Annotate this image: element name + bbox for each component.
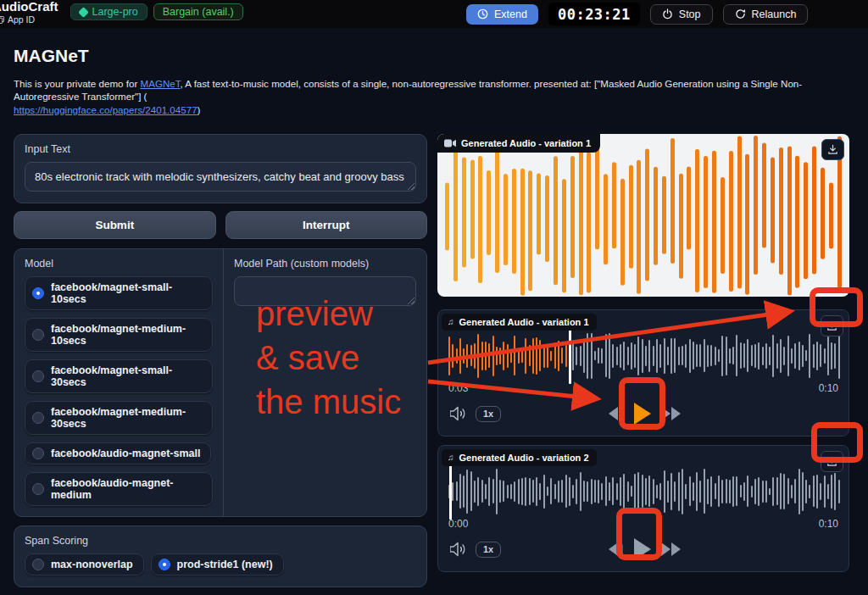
video-waveform-bar — [537, 174, 541, 254]
audio-waveform-bar — [601, 483, 603, 501]
app-id[interactable]: App ID — [0, 14, 58, 25]
audio-waveform-bar — [485, 484, 487, 499]
span-scoring-label: Span Scoring — [25, 535, 416, 547]
model-option[interactable]: facebook/magnet-medium-10secs — [25, 318, 213, 352]
audio-waveform-bar — [521, 478, 523, 505]
video-waveform-bar — [579, 149, 583, 294]
model-option[interactable]: facebook/magnet-small-10secs — [25, 276, 213, 310]
playback-speed-button[interactable]: 1x — [476, 406, 501, 422]
relaunch-button[interactable]: Relaunch — [723, 4, 809, 25]
magnet-link[interactable]: MAGNeT — [141, 78, 181, 89]
audio-waveform-bar — [514, 336, 515, 375]
skip-forward-icon — [660, 406, 681, 421]
audio-waveform-bar — [477, 334, 479, 377]
input-text-label: Input Text — [25, 143, 416, 155]
video-waveform-bar — [662, 176, 666, 254]
download-button[interactable] — [821, 451, 843, 472]
volume-button[interactable] — [450, 406, 469, 424]
play-button[interactable] — [633, 537, 652, 561]
video-waveform-bar — [704, 156, 708, 288]
span-scoring-option[interactable]: prod-stride1 (new!) — [151, 553, 284, 576]
input-text-field[interactable]: 80s electronic track with melodic synthe… — [25, 162, 416, 192]
copy-icon — [0, 16, 4, 24]
audio-waveform-bar — [707, 479, 709, 504]
play-button[interactable] — [633, 402, 652, 425]
download-button[interactable] — [821, 315, 843, 336]
audio-waveform-bar — [645, 478, 647, 505]
audio-waveform-bar — [634, 344, 636, 368]
skip-back-button[interactable] — [608, 542, 625, 557]
video-waveform-bar — [470, 160, 475, 259]
audio-waveform-bar — [536, 477, 537, 505]
model-option[interactable]: facebook/audio-magnet-medium — [25, 472, 213, 506]
audio-waveform-bar — [601, 348, 603, 364]
volume-button[interactable] — [450, 542, 469, 559]
audio-waveform-bar — [623, 342, 625, 370]
audio-waveform[interactable] — [448, 332, 840, 380]
audio-waveform-bar — [529, 478, 531, 505]
playback-speed-button[interactable]: 1x — [476, 542, 501, 558]
audio-waveform-bar — [642, 475, 643, 508]
audio-waveform-bar — [696, 472, 698, 511]
audio-waveform-bar — [466, 344, 468, 369]
playhead[interactable] — [569, 328, 571, 384]
stop-button[interactable]: Stop — [650, 4, 713, 25]
video-waveform-bar — [445, 182, 449, 250]
audio-waveform-bar — [758, 477, 760, 506]
audio-waveform-bar — [659, 483, 661, 500]
video-player[interactable]: Generated Audio - variation 1 — [437, 134, 849, 297]
audio-waveform-bar — [670, 473, 672, 510]
video-waveform-bar — [695, 149, 699, 292]
audio-waveform-bar — [707, 345, 709, 367]
audio-waveform-bar — [765, 481, 767, 503]
audio-waveform-bar — [762, 347, 764, 365]
audio-waveform-bar — [572, 485, 574, 498]
audio-waveform-bar — [448, 336, 450, 375]
audio-waveform-bar — [587, 481, 588, 502]
audio-waveform-bar — [539, 340, 541, 371]
audio-waveform-bar — [561, 348, 563, 364]
submit-button[interactable]: Submit — [14, 211, 216, 239]
extend-button[interactable]: Extend — [466, 4, 538, 25]
model-option[interactable]: facebook/audio-magnet-small — [25, 442, 211, 464]
audio-waveform-bar — [653, 346, 654, 367]
audio-waveform-bar — [813, 344, 815, 368]
playhead[interactable] — [449, 464, 452, 520]
audio-waveform-bar — [470, 345, 472, 366]
audio-waveform-bar — [824, 475, 826, 509]
audio-waveform-bar — [718, 475, 720, 507]
model-option[interactable]: facebook/magnet-small-30secs — [25, 359, 213, 393]
audio-waveform-bar — [510, 349, 512, 363]
audio-waveform-bar — [726, 479, 727, 503]
interrupt-button[interactable]: Interrupt — [225, 211, 428, 239]
paper-link[interactable]: https://huggingface.co/papers/2401.04577 — [14, 104, 198, 115]
time-current: 0:03 — [448, 382, 468, 394]
audio-waveform[interactable] — [448, 468, 840, 515]
audio-waveform-bar — [507, 344, 509, 368]
audio-waveform-bar — [645, 346, 647, 366]
audio-waveform-bar — [787, 336, 789, 376]
audio-waveform-bar — [525, 338, 526, 374]
audio-waveform-bar — [558, 341, 559, 371]
skip-back-button[interactable] — [608, 406, 625, 421]
audio-waveform-bar — [791, 348, 793, 364]
model-option[interactable]: facebook/magnet-medium-30secs — [25, 401, 213, 435]
video-waveform-bar — [687, 166, 691, 249]
download-button[interactable] — [821, 139, 844, 160]
video-waveform-bar — [495, 146, 499, 273]
skip-forward-button[interactable] — [660, 542, 681, 557]
audio-waveform-bar — [699, 481, 701, 503]
gem-icon — [78, 7, 89, 18]
audio-waveform-bar — [664, 338, 665, 374]
audio-waveform-bar — [699, 344, 701, 367]
span-scoring-option[interactable]: max-nonoverlap — [25, 553, 144, 576]
audio-waveform-bar — [798, 342, 800, 370]
audio-waveform-bar — [470, 471, 472, 511]
skip-forward-button[interactable] — [660, 406, 681, 421]
audio-waveform-bar — [820, 483, 821, 499]
audio-waveform-bar — [499, 480, 501, 503]
power-icon — [662, 8, 673, 19]
video-waveform-bar — [712, 151, 716, 292]
audio-waveform-bar — [693, 342, 694, 370]
audio-waveform-bar — [554, 484, 556, 499]
